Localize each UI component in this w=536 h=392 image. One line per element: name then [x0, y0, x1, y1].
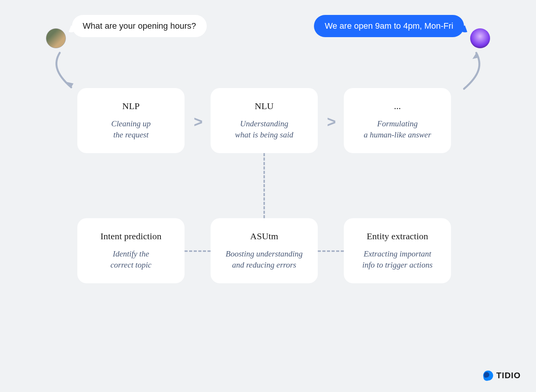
card-nlu: NLU Understandingwhat is being said	[211, 88, 318, 153]
card-asutm: ASUtm Boosting understandingand reducing…	[211, 218, 318, 283]
dashed-connector-left	[185, 250, 211, 252]
card-intent-title: Intent prediction	[100, 231, 161, 242]
dashed-connector-right	[318, 250, 344, 252]
card-entity: Entity extraction Extracting importantin…	[344, 218, 451, 283]
user-message-text: What are your opening hours?	[83, 21, 196, 31]
card-asutm-title: ASUtm	[250, 231, 278, 242]
arrow-output-icon	[442, 51, 488, 96]
bot-avatar	[470, 28, 490, 48]
card-formulate-title: ...	[394, 101, 401, 111]
card-nlp: NLP Cleaning upthe request	[77, 88, 185, 153]
card-formulate: ... Formulatinga human-like answer	[344, 88, 451, 153]
brand-logo-icon	[483, 371, 493, 381]
card-intent: Intent prediction Identify thecorrect to…	[77, 218, 185, 283]
user-message-bubble: What are your opening hours?	[72, 15, 207, 37]
card-entity-title: Entity extraction	[367, 231, 428, 242]
diagram-canvas: What are your opening hours? We are open…	[0, 0, 536, 392]
brand-logo-text: TIDIO	[496, 371, 521, 381]
card-nlu-desc: Understandingwhat is being said	[235, 118, 293, 140]
user-avatar	[46, 28, 66, 48]
dashed-connector-vertical	[263, 153, 265, 218]
chevron-icon: >	[327, 113, 336, 131]
card-asutm-desc: Boosting understandingand reducing error…	[226, 248, 302, 270]
card-nlp-title: NLP	[122, 101, 139, 111]
bot-message-text: We are open 9am to 4pm, Mon-Fri	[325, 21, 453, 31]
card-intent-desc: Identify thecorrect topic	[110, 248, 151, 270]
bot-message-bubble: We are open 9am to 4pm, Mon-Fri	[314, 15, 464, 37]
card-nlu-title: NLU	[255, 101, 273, 111]
chevron-icon: >	[194, 113, 203, 131]
brand-logo: TIDIO	[483, 371, 521, 381]
card-nlp-desc: Cleaning upthe request	[111, 118, 150, 140]
card-entity-desc: Extracting importantinfo to trigger acti…	[362, 248, 433, 270]
card-formulate-desc: Formulatinga human-like answer	[364, 118, 431, 140]
